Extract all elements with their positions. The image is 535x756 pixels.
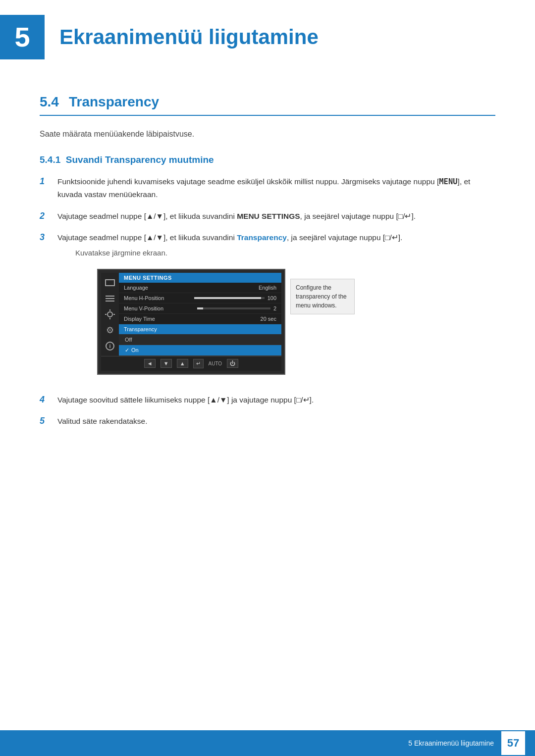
menu-bar-hposition <box>194 297 265 299</box>
tooltip-box: Configure the transparency of the menu w… <box>290 279 355 314</box>
progressbar-vposition-fill <box>197 307 203 309</box>
footer-chapter-label: 5 Ekraanimenüü liigutamine <box>408 739 494 747</box>
menu-settings-title: MENU SETTINGS <box>119 273 281 283</box>
progressbar-hposition-fill <box>194 297 261 299</box>
menu-row-displaytime: Display Time 20 sec <box>119 314 281 324</box>
dropdown-option-on: ✓On <box>119 345 281 356</box>
nav-btn-down[interactable]: ▼ <box>160 359 172 368</box>
nav-btn-left[interactable]: ◄ <box>144 359 156 368</box>
menu-row-language: Language English <box>119 283 281 293</box>
content-area: 5.4 Transparency Saate määrata menüüaken… <box>0 84 535 476</box>
btn-label-auto: AUTO <box>209 361 222 366</box>
menu-icon-monitor <box>104 277 116 289</box>
footer-page-number: 57 <box>501 731 525 755</box>
steps-list: 1 Funktsioonide juhendi kuvamiseks vajut… <box>40 175 495 428</box>
menu-icon-brightness <box>104 308 116 320</box>
progressbar-vposition-bg <box>197 307 270 309</box>
page-footer: 5 Ekraanimenüü liigutamine 57 <box>0 730 535 756</box>
step-5: 5 Valitud säte rakendatakse. <box>40 415 495 428</box>
menu-value-hposition: 100 <box>268 295 276 301</box>
section-intro: Saate määrata menüüakende läbipaistvuse. <box>40 128 495 141</box>
check-icon: ✓ <box>125 347 129 353</box>
info-icon: i <box>106 342 114 351</box>
menu-label-language: Language <box>124 285 259 291</box>
section-number: 5.4 <box>40 94 59 110</box>
menu-label-displaytime: Display Time <box>124 316 261 322</box>
step-5-number: 5 <box>40 415 50 426</box>
nav-btn-power[interactable]: ⏻ <box>227 359 238 368</box>
menu-label-hposition: Menu H-Position <box>124 295 194 301</box>
menu-icon-info: i <box>104 340 116 352</box>
section-title: Transparency <box>69 94 159 110</box>
menu-icon-gear: ⚙ <box>104 324 116 336</box>
chapter-title: Ekraanimenüü liigutamine <box>59 25 319 49</box>
step-3-number: 3 <box>40 231 50 243</box>
subsection-number: 5.4.1 <box>40 154 60 165</box>
step-2: 2 Vajutage seadmel nuppe [▲/▼], et liiku… <box>40 210 495 223</box>
dropdown-off-label: Off <box>125 337 132 343</box>
step-4-text: Vajutage soovitud sättele liikumiseks nu… <box>57 394 314 406</box>
monitor-bottom-bar: ◄ ▼ ▲ ↵ AUTO ⏻ <box>101 356 281 371</box>
menu-value-language: English <box>259 285 276 291</box>
dropdown-area: Off ✓On <box>119 335 281 356</box>
monitor-inner: ⚙ i MENU SETTINGS <box>101 273 281 371</box>
chapter-number-block: 5 <box>0 15 45 59</box>
menu-icon-lines <box>104 293 116 304</box>
menu-content: MENU SETTINGS Language English Menu H-Po… <box>119 273 281 356</box>
step-2-text: Vajutage seadmel nuppe [▲/▼], et liikuda… <box>57 210 416 223</box>
step-1-number: 1 <box>40 175 50 187</box>
step-3-text: Vajutage seadmel nuppe [▲/▼], et liikuda… <box>57 233 402 242</box>
menu-row-hposition: Menu H-Position 100 <box>119 293 281 303</box>
menu-icons: ⚙ i <box>101 273 119 356</box>
menu-row-vposition: Menu V-Position 2 <box>119 303 281 314</box>
nav-btn-up[interactable]: ▲ <box>177 359 188 368</box>
svg-point-0 <box>107 312 112 317</box>
subsection-header: 5.4.1 Suvandi Transparency muutmine <box>40 154 495 165</box>
step-3-subnote: Kuvatakse järgmine ekraan. <box>75 247 402 259</box>
step-5-text: Valitud säte rakendatakse. <box>57 415 148 428</box>
menu-row-transparency: Transparency <box>119 324 281 335</box>
chapter-header: 5 Ekraanimenüü liigutamine <box>0 0 535 74</box>
progressbar-hposition-bg <box>194 297 265 299</box>
screenshot-container: ⚙ i MENU SETTINGS <box>97 269 402 375</box>
menu-label-transparency: Transparency <box>124 326 276 332</box>
menu-bar-vposition <box>197 307 270 309</box>
menu-value-vposition: 2 <box>273 305 276 311</box>
menu-value-displaytime: 20 sec <box>261 316 276 322</box>
step-3: 3 Vajutage seadmel nuppe [▲/▼], et liiku… <box>40 231 495 385</box>
lines-icon <box>106 296 114 302</box>
menu-panel: ⚙ i MENU SETTINGS <box>101 273 281 356</box>
step-4: 4 Vajutage soovitud sättele liikumiseks … <box>40 394 495 406</box>
step-4-number: 4 <box>40 394 50 405</box>
monitor-icon <box>105 279 115 286</box>
dropdown-option-off: Off <box>119 335 281 345</box>
monitor-screenshot: ⚙ i MENU SETTINGS <box>97 269 285 375</box>
gear-icon: ⚙ <box>106 325 114 336</box>
step-1: 1 Funktsioonide juhendi kuvamiseks vajut… <box>40 175 495 201</box>
subsection-title: Suvandi Transparency muutmine <box>66 154 214 165</box>
dropdown-on-label: On <box>131 347 139 353</box>
step-1-text: Funktsioonide juhendi kuvamiseks vajutag… <box>57 175 495 201</box>
chapter-number: 5 <box>14 23 30 51</box>
brightness-icon <box>105 309 115 320</box>
menu-label-vposition: Menu V-Position <box>124 305 197 311</box>
section-header: 5.4 Transparency <box>40 94 495 116</box>
step-2-number: 2 <box>40 210 50 221</box>
nav-btn-enter[interactable]: ↵ <box>193 359 204 368</box>
